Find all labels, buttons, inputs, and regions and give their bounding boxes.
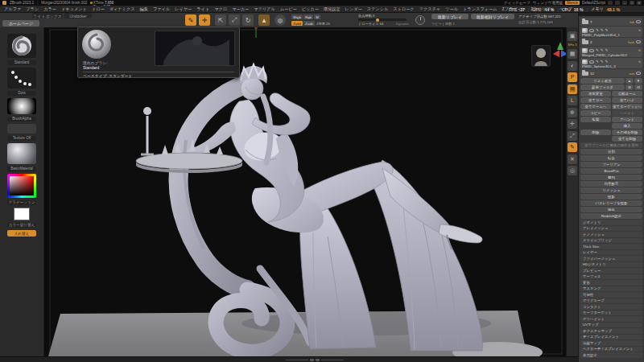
stroke-type-thumbnail[interactable] xyxy=(7,68,36,88)
palette-section-header[interactable]: ナノメッシュ xyxy=(580,232,642,237)
subtool-menu-button[interactable]: 削除 xyxy=(580,130,611,135)
rotate-button[interactable]: ↻ xyxy=(242,14,254,26)
sculptris-pro-button[interactable]: ▲ xyxy=(258,14,270,26)
transparency-icon[interactable]: ◐ xyxy=(568,61,577,71)
zoom-icon[interactable]: ⊕ xyxy=(568,108,577,117)
texture-thumbnail[interactable] xyxy=(7,124,36,134)
subtool-folder-row[interactable]: 12suit xyxy=(580,69,642,77)
select-down-button[interactable]: ▼ xyxy=(634,78,642,84)
tray-divider-handle[interactable] xyxy=(286,359,344,361)
paint-toggle-icon[interactable]: ✎ xyxy=(605,28,609,33)
menu-item[interactable]: テクスチャ xyxy=(419,6,441,12)
folder-collapse-icon[interactable]: ⊟ xyxy=(634,84,642,90)
subtool-action-button[interactable]: 均等配置 xyxy=(580,181,642,187)
subtool-menu-button[interactable]: 全てホームへ xyxy=(580,104,611,109)
draw-pointer-button[interactable]: ✛ xyxy=(199,14,210,26)
subtool-thumbnail[interactable] xyxy=(582,28,588,33)
rgb-button[interactable]: Rgb xyxy=(303,14,313,19)
menu-item[interactable]: レンダー xyxy=(345,6,362,12)
paint-toggle-icon[interactable]: ✎ xyxy=(605,60,609,64)
undocker-button[interactable]: Undocker xyxy=(64,13,92,19)
palette-section-header[interactable]: 可視性 xyxy=(580,292,642,298)
subtool-folder-row[interactable]: 7fuk xyxy=(580,18,642,26)
saturation-square[interactable] xyxy=(10,176,34,195)
alpha-thumbnail[interactable] xyxy=(7,98,36,114)
palette-section-header[interactable]: アレイメッシュ xyxy=(580,226,642,232)
subtool-action-button[interactable]: 抽出 xyxy=(580,207,642,212)
subtool-menu-button[interactable]: 名前変更 xyxy=(580,91,611,97)
subtool-action-button[interactable]: Redshift設定 xyxy=(580,213,642,219)
menu-item[interactable]: ブラシ xyxy=(26,6,39,12)
palette-section-header[interactable]: ポリペイント xyxy=(580,316,642,322)
folder-expand-icon[interactable]: ⊞ xyxy=(625,84,634,90)
subtool-row[interactable]: ✎✎✎≋PM3D_Sphere3D1_3 xyxy=(580,58,642,68)
subtool-menu-button[interactable]: その他を削除 xyxy=(612,130,642,135)
visibility-eye-icon[interactable] xyxy=(636,20,641,23)
z-intensity-slider[interactable]: Z強度 25 xyxy=(316,22,330,26)
eye-icon[interactable]: ◎ xyxy=(568,166,577,175)
subtool-action-button[interactable]: バスレリーフを投影 xyxy=(580,200,642,206)
swap-color-button[interactable]: 入れ替え xyxy=(7,230,36,237)
menu-item[interactable]: 環境設定 xyxy=(324,6,341,12)
palette-section-header[interactable]: ポリグループ xyxy=(580,298,642,304)
subtool-action-button[interactable]: BevelPro xyxy=(580,168,642,174)
polypaint-sphere-icon[interactable]: ◍ xyxy=(275,14,286,26)
quick-save-button[interactable]: クイックセーブ xyxy=(504,1,530,5)
move-button[interactable]: ⇱ xyxy=(215,14,226,26)
menu-item[interactable]: 編集 xyxy=(140,6,148,12)
subtool-thumbnail[interactable] xyxy=(582,60,588,64)
focal-shift-slider[interactable] xyxy=(358,19,407,21)
zsub-button[interactable]: Zsub xyxy=(303,21,315,26)
subtool-action-button[interactable]: リメッシュ xyxy=(580,187,642,193)
subtool-action-button[interactable]: ブーリアン xyxy=(580,162,642,167)
delete-icon[interactable]: ✕ xyxy=(568,154,577,164)
menu-item[interactable]: ファイル xyxy=(153,6,170,12)
menu-item[interactable]: カラー xyxy=(43,6,56,12)
palette-section-header[interactable]: ジオメトリ xyxy=(580,220,642,225)
material-thumbnail[interactable] xyxy=(7,143,36,164)
palette-section-header[interactable]: ディスプレイスメント xyxy=(580,335,642,340)
scroll-icon[interactable]: ✛ xyxy=(568,119,577,129)
stroke-dial-icon[interactable] xyxy=(415,15,425,25)
current-brush-thumbnail[interactable] xyxy=(7,34,36,58)
close-button[interactable]: ✕ xyxy=(637,1,642,5)
menu-item[interactable]: トランスフォーム xyxy=(463,6,497,12)
palette-section-header[interactable]: サーフェス xyxy=(580,274,642,280)
dynamic-mode-label[interactable]: Dynamic xyxy=(396,22,409,26)
subtool-menu-button[interactable]: ペースト xyxy=(612,110,642,116)
menu-item[interactable]: ステンシル xyxy=(367,6,389,12)
visibility-eye-icon[interactable] xyxy=(589,29,594,32)
local-icon[interactable]: L xyxy=(568,96,577,105)
frame-icon[interactable]: ▣ xyxy=(568,31,577,41)
subtool-menu-button[interactable]: 全てを削除 xyxy=(612,136,642,142)
subtool-thumbnail[interactable] xyxy=(582,48,588,53)
palette-section-header[interactable]: プレビュー xyxy=(580,268,642,274)
palette-section-header[interactable]: テクスチャマップ xyxy=(580,328,642,334)
minimize-button[interactable]: – xyxy=(622,1,627,5)
palette-section-header[interactable]: 表示設定 xyxy=(580,352,642,358)
palette-section-header[interactable]: 変形 xyxy=(580,280,642,286)
current-color-swatch[interactable] xyxy=(14,208,30,220)
replay-last-relative-button[interactable]: 最新相対リプレイ xyxy=(471,14,514,19)
menu-item[interactable]: ピッカー xyxy=(302,6,319,12)
menu-item[interactable]: ムービー xyxy=(280,6,297,12)
palette-section-header[interactable]: HDジオメトリ xyxy=(580,262,642,268)
subtool-action-button[interactable]: 投影 xyxy=(580,194,642,200)
paint-toggle-icon[interactable]: ✎ xyxy=(596,28,599,33)
scale-button[interactable]: ⤢ xyxy=(229,14,240,26)
palette-section-header[interactable]: モーフターゲット xyxy=(580,311,642,316)
paint-toggle-icon[interactable]: ✎ xyxy=(601,28,604,33)
subtool-menu-button[interactable]: 全てロー xyxy=(580,97,611,103)
menu-item[interactable]: ドキュメント xyxy=(61,6,87,12)
visibility-eye-icon[interactable] xyxy=(589,60,594,64)
palette-section-header[interactable]: ベクターディスプレイスメント xyxy=(580,347,642,352)
subtool-menu-button[interactable]: コピー xyxy=(580,110,611,116)
paint-toggle-icon[interactable]: ✎ xyxy=(601,48,604,53)
zadd-button[interactable]: Zadd xyxy=(291,21,303,26)
paint-toggle-icon[interactable]: ✎ xyxy=(596,48,599,53)
mrgb-button[interactable]: Mrgb xyxy=(291,14,303,19)
subtool-menu-button[interactable]: 挿入 xyxy=(612,123,642,129)
new-folder-button[interactable]: 新規フォルダ xyxy=(580,84,625,90)
visibility-eye-icon[interactable] xyxy=(589,49,594,52)
menus-toggle[interactable]: Menus xyxy=(565,1,580,5)
